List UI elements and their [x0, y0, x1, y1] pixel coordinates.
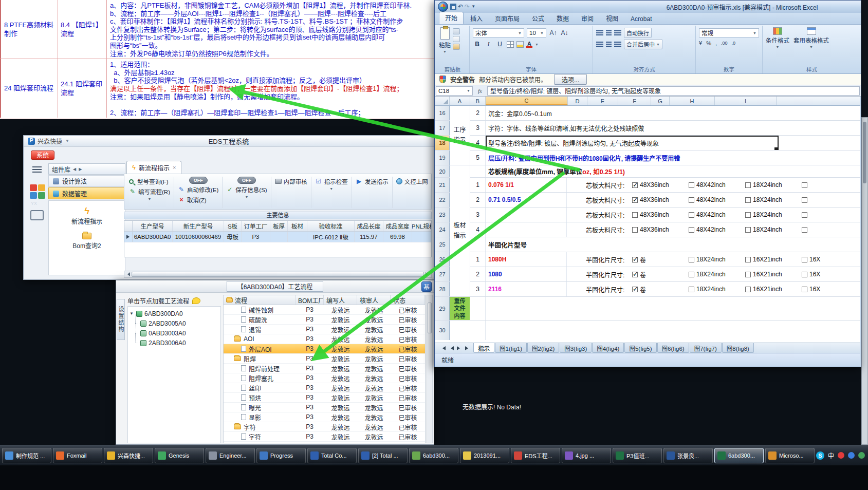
grid-cell[interactable]: 69.98 — [383, 232, 412, 242]
sheet-tab[interactable]: 图2(fig2) — [527, 343, 559, 353]
name-box[interactable]: C18▼ — [436, 86, 473, 96]
taskbar-button[interactable]: Engineer... — [206, 448, 255, 463]
taskbar-button[interactable]: 张景良... — [663, 448, 713, 463]
sheet-row[interactable]: 16 2 沉金：金厚0.05~0.1um — [435, 106, 860, 121]
formula-input[interactable]: 型号备注/终检/阻焊: 镀层、阻焊剂涂层均匀, 无气泡起皮等现象 — [487, 86, 860, 96]
tree-root-node[interactable]: ▼ 6ABD300DA0 — [129, 309, 219, 318]
col-header-status[interactable]: 状态 — [391, 295, 425, 305]
cell-seq[interactable]: 4 — [470, 222, 486, 237]
process-row[interactable]: 阻焊 P3 龙敦远 龙敦远 已审核 — [224, 354, 425, 364]
tree-expand-icon[interactable]: ▼ — [129, 311, 134, 316]
tree-child-node[interactable]: 2ABD3005A0 — [129, 318, 219, 328]
decrease-decimal-icon[interactable]: .0 — [731, 41, 735, 46]
col-header[interactable]: E — [587, 97, 618, 105]
percent-icon[interactable]: % — [706, 40, 711, 46]
process-name-cell[interactable]: 字符 — [224, 423, 296, 431]
taskbar-button[interactable]: EDS工程... — [511, 448, 560, 463]
sheet-tab[interactable]: 图8(fig8) — [722, 343, 754, 353]
write-flow-button[interactable]: ✎ 编写流程(R) — [128, 187, 171, 196]
ribbon-tab[interactable]: 开始 — [439, 12, 464, 24]
system-menu-button[interactable]: 系统 — [31, 150, 54, 160]
cell-value[interactable] — [486, 222, 567, 237]
taskbar-button[interactable]: 制作规范 ... — [2, 448, 51, 463]
process-row[interactable]: 阻焊前处理 P3 龙敦远 龙敦远 已审核 — [224, 364, 425, 373]
process-name-cell[interactable]: AOI — [224, 335, 296, 343]
size-checkbox[interactable]: 卷 — [632, 285, 689, 294]
size-checkbox[interactable]: 18X24inch — [745, 181, 802, 189]
cell-seq[interactable] — [470, 165, 486, 177]
grid-cell[interactable]: 母板 — [224, 232, 242, 242]
size-checkbox[interactable]: 48X42inch — [689, 181, 745, 189]
sheet-row[interactable]: 17 3 字符：字体、线条等丝印清晰,如有无法优化之处残缺照做 — [435, 121, 860, 136]
cell-seq[interactable]: 4 — [470, 136, 486, 150]
cell-content-area[interactable]: 0.076 1/1 芯板大料尺寸: 48X36inch — [486, 178, 860, 192]
calculator-icon[interactable] — [30, 210, 44, 220]
scrollbar-thumb[interactable] — [132, 272, 424, 277]
grid-cell[interactable] — [270, 232, 288, 242]
size-checkbox[interactable]: 18X24inch — [745, 211, 802, 218]
col-header[interactable]: H — [670, 97, 715, 105]
grid-column-header[interactable]: 成品宽度 — [383, 221, 412, 231]
grid-column-header[interactable]: S板 — [224, 221, 242, 231]
scrollbar-thumb[interactable] — [863, 122, 866, 183]
process-row[interactable]: 外层AOI P3 龙敦远 龙敦远 已审核 — [224, 344, 425, 354]
align-right-icon[interactable] — [614, 42, 621, 47]
col-header[interactable]: I — [715, 97, 777, 105]
cell-content-area[interactable]: 型号备注/终检/阻焊: 镀层、阻焊剂涂层均匀, 无气泡起皮等现象 — [486, 136, 860, 150]
size-checkbox[interactable]: 卷 — [632, 270, 689, 279]
cell-content-area[interactable]: 芯板大料尺寸: 48X36inch 4 — [486, 208, 860, 222]
size-checkbox[interactable]: 18X24inch — [745, 196, 802, 203]
chevron-down-icon[interactable]: ▼ — [148, 197, 152, 201]
ribbon-tab[interactable]: 审阅 — [576, 13, 599, 24]
row-number[interactable]: 30 — [435, 321, 450, 340]
accounting-format-icon[interactable]: ¥ — [699, 40, 702, 46]
size-checkbox[interactable]: 16X — [802, 270, 858, 279]
tray-icon-red[interactable] — [838, 452, 844, 459]
cancel-button[interactable]: × 取消(Z) — [177, 195, 208, 204]
grid-column-header[interactable]: PNL规格 — [412, 221, 432, 231]
row-number[interactable]: 27 — [435, 267, 450, 281]
cell-content-area[interactable]: 芯板大料尺寸: 48X36inch 4 — [486, 222, 860, 237]
sheet-row[interactable]: 22 2 0.71 0.5/0.5 芯板大料尺寸: — [435, 193, 860, 208]
cell-content-area[interactable]: 0.71 0.5/0.5 芯板大料尺寸: 48X36inch — [486, 193, 860, 207]
row-number[interactable]: 20 — [435, 165, 450, 177]
component-library-bar[interactable]: 组件库 ◀ ▶ — [48, 163, 125, 175]
flow-window-header[interactable]: 【6ABD300DA0】工艺流程 基 — [116, 280, 434, 293]
merge-center-button[interactable]: 合并后居中▼ — [624, 39, 662, 49]
cut-icon[interactable] — [453, 28, 460, 34]
taskbar-button[interactable]: 6abd300... — [714, 448, 764, 463]
save-info-button[interactable]: ✓ 保存信息(S) — [225, 185, 268, 194]
row-number[interactable]: 16 — [435, 106, 450, 120]
sidebar-item-bom-query[interactable]: Bom查询2 — [72, 233, 101, 250]
size-checkbox[interactable]: 16X21inch — [745, 285, 802, 294]
cell-content-area[interactable]: 2116 半固化片尺寸: 卷 — [486, 282, 860, 296]
sheet-row[interactable]: 18 4 型号备注/终检/阻焊: 镀层、阻焊剂涂层均匀, 无气泡起皮等现象 — [435, 136, 860, 150]
size-checkbox[interactable]: 16X — [802, 255, 858, 264]
cell-seq[interactable] — [470, 297, 486, 320]
col-header-writer[interactable]: 编写人 — [324, 295, 357, 305]
cell-value[interactable]: 2116 — [486, 282, 567, 296]
sheet-row[interactable]: 27 2 1080 半固化片尺寸: 卷 — [435, 267, 860, 282]
scrollbar-thumb[interactable] — [428, 303, 432, 333]
size-checkbox[interactable] — [802, 181, 858, 189]
row-number[interactable]: 24 — [435, 222, 450, 237]
first-sheet-icon[interactable] — [440, 346, 446, 350]
grid-cell[interactable]: P3 — [242, 232, 270, 242]
process-name-cell[interactable]: 硫酸洗 — [224, 315, 296, 324]
process-row[interactable]: 字符 P3 龙敦远 龙敦远 已审核 — [224, 432, 425, 442]
structure-settings-tab[interactable]: 设置结构 — [117, 299, 125, 340]
cell-seq[interactable]: 1 — [470, 252, 486, 267]
model-query-button[interactable]: 型号查询(F) — [128, 177, 170, 186]
edit-off-toggle[interactable]: OFF — [189, 177, 208, 184]
prev-sheet-icon[interactable] — [449, 346, 454, 350]
cell-value[interactable]: 1080H — [486, 252, 567, 267]
font-size-select[interactable]: 10▼ — [527, 28, 546, 37]
enable-edit-button[interactable]: ✎ 启动修改(E) — [177, 185, 219, 194]
grid-column-header[interactable]: 板材 — [288, 221, 307, 231]
language-indicator[interactable]: 中 — [828, 451, 834, 460]
process-row[interactable]: 字符 P3 龙敦远 龙敦远 已审核 — [224, 422, 425, 432]
process-name-cell[interactable]: 阻焊塞孔 — [224, 374, 296, 383]
process-name-cell[interactable]: 预烘 — [224, 393, 296, 402]
sheet-tab[interactable]: 图1(fig1) — [495, 343, 527, 353]
size-checkbox[interactable]: 16X — [802, 285, 858, 294]
